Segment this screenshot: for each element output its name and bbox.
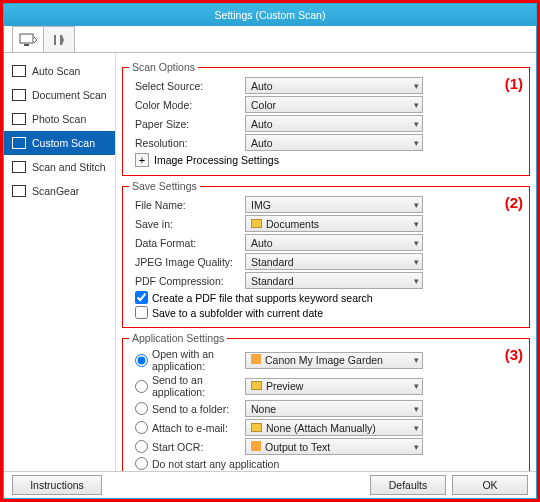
radio-label: Send to a folder: [152,403,229,415]
dropdown-value: Auto [251,137,273,149]
label-save-in: Save in: [129,218,245,230]
label-file-name: File Name: [129,199,245,211]
checkbox-input[interactable] [135,291,148,304]
radio-label: Send to an application: [152,374,245,398]
sidebar-item-label: ScanGear [32,185,79,197]
expand-image-processing-button[interactable]: + [135,153,149,167]
sidebar-item-photo-scan[interactable]: Photo Scan [4,107,115,131]
file-name-dropdown[interactable]: IMG▾ [245,196,423,213]
svg-rect-0 [20,34,33,43]
sidebar-item-scangear[interactable]: ScanGear [4,179,115,203]
chevron-down-icon: ▾ [414,355,419,365]
tab-tools[interactable] [43,26,75,52]
folder-icon [251,423,262,432]
content-pane: Scan Options (1) Select Source:Auto▾ Col… [116,53,536,470]
monitor-icon [19,33,37,47]
checkbox-save-subfolder[interactable]: Save to a subfolder with current date [135,306,523,319]
folder-icon [251,381,262,390]
radio-open-with-app[interactable] [135,354,148,367]
checkbox-create-pdf-keyword[interactable]: Create a PDF file that supports keyword … [135,291,523,304]
open-with-app-dropdown[interactable]: Canon My Image Garden▾ [245,352,423,369]
sidebar-item-label: Document Scan [32,89,107,101]
select-source-dropdown[interactable]: Auto▾ [245,77,423,94]
radio-attach-email[interactable] [135,421,148,434]
sidebar-item-custom-scan[interactable]: Custom Scan [4,131,115,155]
radio-label: Start OCR: [152,441,203,453]
radio-label: Do not start any application [152,458,279,470]
label-select-source: Select Source: [129,80,245,92]
tools-icon [51,33,67,47]
chevron-down-icon: ▾ [414,238,419,248]
chevron-down-icon: ▾ [414,100,419,110]
radio-do-not-start[interactable] [135,457,148,470]
section-legend: Scan Options [129,61,198,73]
dropdown-value: Standard [251,256,294,268]
section-save-settings: Save Settings (2) File Name:IMG▾ Save in… [122,180,530,328]
chevron-down-icon: ▾ [414,381,419,391]
sidebar: Auto Scan Document Scan Photo Scan Custo… [4,53,116,470]
radio-send-to-app[interactable] [135,380,148,393]
paper-size-dropdown[interactable]: Auto▾ [245,115,423,132]
dropdown-value: None (Attach Manually) [266,422,376,434]
chevron-down-icon: ▾ [414,119,419,129]
app-icon [251,354,261,364]
section-legend: Save Settings [129,180,200,192]
sidebar-item-label: Auto Scan [32,65,80,77]
dropdown-value: Output to Text [265,441,330,453]
annotation-2: (2) [505,194,523,211]
instructions-button[interactable]: Instructions [12,475,102,495]
radio-send-to-folder[interactable] [135,402,148,415]
sidebar-item-label: Photo Scan [32,113,86,125]
save-in-dropdown[interactable]: Documents▾ [245,215,423,232]
sidebar-item-label: Custom Scan [32,137,95,149]
chevron-down-icon: ▾ [414,442,419,452]
chevron-down-icon: ▾ [414,81,419,91]
chevron-down-icon: ▾ [414,404,419,414]
data-format-dropdown[interactable]: Auto▾ [245,234,423,251]
tab-scan-from-computer[interactable] [12,26,44,52]
page-icon [12,185,26,197]
label-jpeg-quality: JPEG Image Quality: [129,256,245,268]
radio-start-ocr[interactable] [135,440,148,453]
checkbox-input[interactable] [135,306,148,319]
chevron-down-icon: ▾ [414,219,419,229]
dropdown-value: IMG [251,199,271,211]
app-icon [251,441,261,451]
sidebar-item-document-scan[interactable]: Document Scan [4,83,115,107]
send-to-folder-dropdown[interactable]: None▾ [245,400,423,417]
section-scan-options: Scan Options (1) Select Source:Auto▾ Col… [122,61,530,176]
checkbox-label: Create a PDF file that supports keyword … [152,292,373,304]
dropdown-value: Preview [266,380,303,392]
page-icon [12,113,26,125]
annotation-1: (1) [505,75,523,92]
toolbar [4,26,536,53]
jpeg-quality-dropdown[interactable]: Standard▾ [245,253,423,270]
window-title: Settings (Custom Scan) [215,9,326,21]
section-legend: Application Settings [129,332,227,344]
color-mode-dropdown[interactable]: Color▾ [245,96,423,113]
button-label: OK [482,479,497,491]
start-ocr-dropdown[interactable]: Output to Text▾ [245,438,423,455]
chevron-down-icon: ▾ [414,138,419,148]
svg-rect-1 [24,44,29,46]
label-image-processing: Image Processing Settings [154,154,279,166]
chevron-down-icon: ▾ [414,276,419,286]
send-to-app-dropdown[interactable]: Preview▾ [245,378,423,395]
sidebar-item-auto-scan[interactable]: Auto Scan [4,59,115,83]
page-icon [12,137,26,149]
defaults-button[interactable]: Defaults [370,475,446,495]
bottom-button-row: Instructions Defaults OK [4,471,536,498]
dropdown-value: None [251,403,276,415]
label-color-mode: Color Mode: [129,99,245,111]
checkbox-label: Save to a subfolder with current date [152,307,323,319]
ok-button[interactable]: OK [452,475,528,495]
button-label: Instructions [30,479,84,491]
attach-email-dropdown[interactable]: None (Attach Manually)▾ [245,419,423,436]
sidebar-item-label: Scan and Stitch [32,161,106,173]
resolution-dropdown[interactable]: Auto▾ [245,134,423,151]
page-icon [12,65,26,77]
chevron-down-icon: ▾ [414,257,419,267]
pdf-compression-dropdown[interactable]: Standard▾ [245,272,423,289]
label-paper-size: Paper Size: [129,118,245,130]
sidebar-item-scan-and-stitch[interactable]: Scan and Stitch [4,155,115,179]
